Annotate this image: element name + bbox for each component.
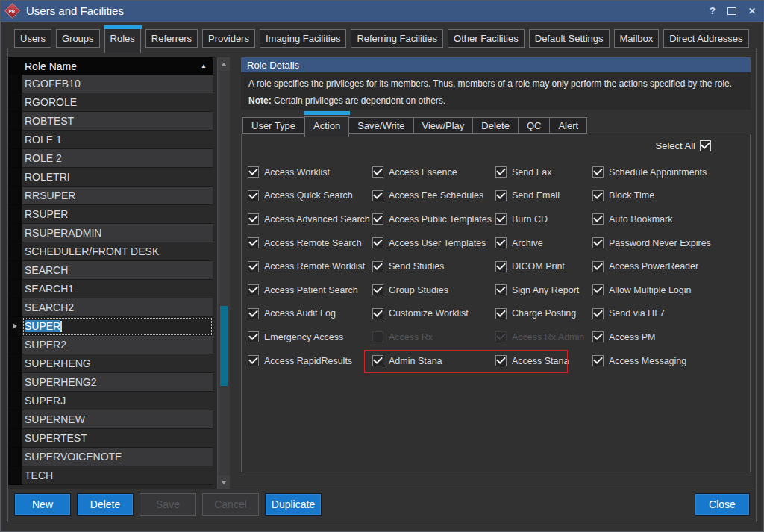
checkbox-access-advanced-search[interactable] [248,213,259,225]
details-tab-user-type[interactable]: User Type [242,117,304,134]
role-row-role-2[interactable]: ROLE 2 [8,149,213,168]
tab-groups[interactable]: Groups [56,29,100,48]
checkbox-group-studies[interactable] [372,284,383,295]
privilege-sign-any-report[interactable]: Sign Any Report [495,278,584,302]
privilege-access-remote-worklist[interactable]: Access Remote Worklist [248,254,370,278]
privilege-access-messaging[interactable]: Access Messaging [592,349,711,373]
privilege-allow-multiple-login[interactable]: Allow Multiple Login [592,278,711,302]
details-tab-delete[interactable]: Delete [473,117,519,134]
privilege-access-patient-search[interactable]: Access Patient Search [248,278,370,302]
role-row-super[interactable]: SUPER [8,317,213,336]
role-row-roletri[interactable]: ROLETRI [8,168,213,187]
role-row-search[interactable]: SEARCH [8,261,213,280]
role-name-cell[interactable]: SUPERHENG [22,354,213,373]
privilege-send-email[interactable]: Send Email [495,184,584,208]
privilege-schedule-appointments[interactable]: Schedule Appointments [592,160,711,184]
checkbox-access-messaging[interactable] [592,355,604,366]
role-row-scheduler-front-desk[interactable]: SCHEDULER/FRONT DESK [8,242,213,261]
privilege-access-user-templates[interactable]: Access User Templates [372,231,492,255]
privilege-access-worklist[interactable]: Access Worklist [248,160,370,184]
role-name-cell[interactable]: RSUPER [22,205,213,224]
role-row-rsuperadmin[interactable]: RSUPERADMIN [8,224,213,242]
checkbox-access-remote-worklist[interactable] [248,261,259,272]
privilege-send-fax[interactable]: Send Fax [495,160,584,184]
duplicate-button[interactable]: Duplicate [265,493,322,516]
details-tab-alert[interactable]: Alert [550,117,587,134]
privilege-access-public-templates[interactable]: Access Public Templates [372,207,492,231]
checkbox-sign-any-report[interactable] [495,284,507,295]
role-row-supervoicenote[interactable]: SUPERVOICENOTE [8,448,213,466]
checkbox-send-via-hl7[interactable] [592,308,604,319]
privilege-emergency-access[interactable]: Emergency Access [248,325,370,349]
checkbox-charge-posting[interactable] [495,308,507,319]
privilege-access-essence[interactable]: Access Essence [372,160,492,184]
tab-referring-facilities[interactable]: Referring Facilities [351,29,443,48]
privilege-send-via-hl7[interactable]: Send via HL7 [592,302,711,326]
checkbox-access-rapidresults[interactable] [248,355,259,366]
role-row-superheng2[interactable]: SUPERHENG2 [8,373,213,392]
checkbox-schedule-appointments[interactable] [592,166,604,178]
privilege-dicom-print[interactable]: DICOM Print [495,254,584,278]
privilege-customize-worklist[interactable]: Customize Worklist [372,302,492,326]
details-tab-action[interactable]: Action [304,116,349,137]
maximize-button[interactable] [727,7,736,15]
details-tab-view-play[interactable]: View/Play [414,117,474,134]
close-button[interactable]: Close [695,493,750,516]
role-row-super2[interactable]: SUPER2 [8,336,213,354]
tab-default-settings[interactable]: Default Settings [529,29,610,48]
checkbox-archive[interactable] [495,237,507,248]
role-name-cell[interactable]: SEARCH2 [22,298,213,317]
privilege-access-quick-search[interactable]: Access Quick Search [248,184,370,208]
role-name-cell[interactable]: SUPERHENG2 [22,373,213,392]
role-row-tech[interactable]: TECH [8,466,213,485]
scroll-up-button[interactable] [218,57,230,71]
new-button[interactable]: New [14,493,71,516]
role-row-robtest[interactable]: ROBTEST [8,112,213,131]
role-name-cell[interactable]: ROLE 1 [22,131,213,149]
tab-direct-addresses[interactable]: Direct Addresses [663,29,748,48]
role-row-superheng[interactable]: SUPERHENG [8,354,213,373]
role-name-cell[interactable]: SUPER [22,317,213,336]
tab-imaging-facilities[interactable]: Imaging Facilities [260,29,346,48]
checkbox-access-remote-search[interactable] [248,237,259,248]
checkbox-access-audit-log[interactable] [248,308,259,319]
checkbox-access-user-templates[interactable] [372,237,383,248]
role-name-cell[interactable]: RRSUPER [22,187,213,205]
privilege-block-time[interactable]: Block Time [592,184,711,208]
role-name-cell[interactable]: RGOFEB10 [22,75,213,93]
checkbox-auto-bookmark[interactable] [592,213,604,225]
role-name-cell[interactable]: ROLETRI [22,168,213,187]
role-name-cell[interactable]: ROBTEST [22,112,213,131]
privilege-access-audit-log[interactable]: Access Audit Log [248,302,370,326]
select-all-box[interactable] [700,140,711,151]
tab-referrers[interactable]: Referrers [145,29,198,48]
tab-providers[interactable]: Providers [202,29,255,48]
role-row-rgofeb10[interactable]: RGOFEB10 [8,75,213,93]
checkbox-dicom-print[interactable] [495,261,507,272]
checkbox-block-time[interactable] [592,190,604,201]
checkbox-send-studies[interactable] [372,261,383,272]
role-name-cell[interactable]: RSUPERADMIN [22,224,213,242]
privilege-send-studies[interactable]: Send Studies [372,254,492,278]
checkbox-allow-multiple-login[interactable] [592,284,604,295]
role-row-supernew[interactable]: SUPERNEW [8,410,213,429]
privilege-access-fee-schedules[interactable]: Access Fee Schedules [372,184,492,208]
tab-roles[interactable]: Roles [104,28,141,53]
role-name-cell[interactable]: SUPERVOICENOTE [22,448,213,466]
role-row-search1[interactable]: SEARCH1 [8,280,213,298]
select-all-checkbox[interactable]: Select All [656,140,711,151]
checkbox-access-fee-schedules[interactable] [372,190,383,201]
role-row-role-1[interactable]: ROLE 1 [8,131,213,149]
tab-users[interactable]: Users [14,29,51,48]
checkbox-access-powerreader[interactable] [592,261,604,272]
role-row-rrsuper[interactable]: RRSUPER [8,187,213,205]
role-name-cell[interactable]: SCHEDULER/FRONT DESK [22,242,213,261]
checkbox-customize-worklist[interactable] [372,308,383,319]
checkbox-access-pm[interactable] [592,331,604,342]
role-name-cell[interactable]: RGOROLE [22,93,213,112]
role-name-cell[interactable]: SEARCH [22,261,213,280]
privilege-group-studies[interactable]: Group Studies [372,278,492,302]
scrollbar-thumb[interactable] [220,306,228,386]
delete-button[interactable]: Delete [77,493,134,516]
checkbox-access-worklist[interactable] [248,166,259,178]
